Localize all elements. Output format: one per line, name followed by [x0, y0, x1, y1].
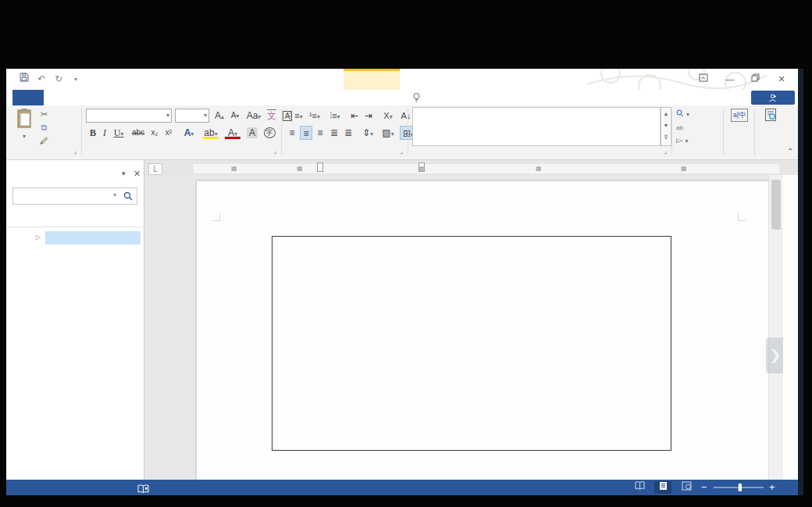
table-column-marker-icon[interactable]: ▦	[297, 166, 303, 172]
search-dropdown-icon[interactable]: ▾	[113, 191, 116, 198]
grow-font-button[interactable]: A▴	[212, 109, 226, 123]
minimize-button[interactable]: —	[720, 72, 740, 86]
bullets-button[interactable]: ⋮≡▾	[286, 109, 303, 123]
subscript-button[interactable]: x₂	[148, 126, 161, 140]
copy-button[interactable]: ⧉	[39, 123, 49, 133]
nav-pane-close-icon[interactable]: ✕	[134, 169, 141, 179]
zoom-out-button[interactable]: −	[701, 480, 707, 495]
brush-icon: 🖉	[39, 136, 49, 145]
copy-icon: ⧉	[39, 123, 49, 133]
expand-chevron-icon[interactable]: ▷	[36, 234, 41, 241]
numbering-button[interactable]: ¹≡▾	[306, 109, 323, 123]
phonetic-guide-button[interactable]: 文	[265, 109, 278, 123]
full-text-translate-button[interactable]: a|中	[725, 109, 754, 122]
table-column-marker-icon[interactable]: ▦	[681, 166, 687, 172]
document-page[interactable]	[197, 181, 783, 480]
paper-check-icon	[765, 109, 776, 121]
zoom-slider-thumb[interactable]	[739, 484, 742, 491]
increase-indent-button[interactable]: ⇥	[362, 109, 375, 123]
undo-icon[interactable]: ↶	[34, 73, 48, 86]
nav-search-box[interactable]: ▾	[12, 187, 137, 205]
table-column-marker-icon[interactable]: ▦	[418, 166, 425, 172]
clipboard-icon	[16, 109, 32, 128]
replace-button[interactable]: ab	[676, 122, 683, 131]
asian-layout-button[interactable]: X▾	[379, 109, 397, 123]
tell-me-box[interactable]	[412, 90, 424, 105]
web-layout-icon[interactable]	[678, 481, 695, 494]
underline-button[interactable]: U▾	[111, 126, 126, 140]
shrink-font-button[interactable]: A▾	[228, 109, 242, 123]
share-button[interactable]	[751, 91, 795, 105]
read-mode-icon[interactable]	[631, 481, 648, 494]
text-effects-button[interactable]: A▾	[180, 126, 198, 140]
highlight-color-button[interactable]: ab▾	[201, 126, 220, 140]
table-column-marker-icon[interactable]: ▦	[231, 166, 237, 172]
restore-button[interactable]	[745, 72, 765, 86]
character-shading-button[interactable]: A	[245, 126, 259, 140]
font-color-swatch	[225, 137, 240, 139]
paper-check-button[interactable]	[756, 109, 785, 123]
table-column-marker-icon[interactable]: ▦	[536, 166, 542, 172]
align-right-button[interactable]: ≡	[314, 126, 326, 140]
ribbon-tab-row	[6, 90, 798, 105]
zoom-in-button[interactable]: +	[769, 480, 775, 495]
customize-quick-access-icon[interactable]: ▾	[69, 73, 83, 86]
enclose-characters-button[interactable]: 字	[262, 126, 276, 140]
sort-button[interactable]: A↓	[398, 109, 414, 123]
change-case-button[interactable]: Aa▾	[245, 109, 262, 123]
indent-marker[interactable]	[317, 162, 323, 172]
scissors-icon: ✂	[39, 109, 49, 120]
align-center-button[interactable]: ≡	[300, 126, 312, 140]
cost-table[interactable]	[272, 236, 671, 451]
styles-dialog-launcher[interactable]: ⌟	[664, 147, 667, 155]
nav-pane-options-icon[interactable]: ▾	[122, 170, 126, 177]
redo-icon[interactable]: ↻	[52, 73, 66, 86]
save-icon[interactable]	[17, 73, 31, 86]
find-button[interactable]: ▾	[676, 109, 689, 118]
proofing-icon[interactable]	[137, 483, 149, 495]
bold-button[interactable]: B	[87, 126, 98, 140]
font-size-combo[interactable]: ▾	[175, 109, 209, 123]
next-page-chevron-icon[interactable]: ❯	[766, 337, 783, 373]
collapse-ribbon-button[interactable]: ⌃	[787, 147, 793, 155]
tab-file[interactable]	[12, 90, 44, 105]
font-name-combo[interactable]: ▾	[86, 109, 172, 123]
document-heading[interactable]	[272, 472, 670, 480]
search-icon[interactable]	[123, 191, 133, 201]
nav-heading-item-selected[interactable]	[45, 231, 141, 245]
font-dialog-launcher[interactable]: ⌟	[273, 147, 276, 155]
strikethrough-button[interactable]: abc	[130, 126, 147, 140]
scrollbar-thumb[interactable]	[771, 180, 781, 230]
format-painter-button[interactable]: 🖉	[39, 136, 49, 145]
tab-selector[interactable]: L	[148, 163, 162, 175]
font-color-button[interactable]: A▾	[223, 126, 242, 140]
superscript-button[interactable]: x²	[162, 126, 175, 140]
decrease-indent-button[interactable]: ⇤	[348, 109, 361, 123]
ruler-row: L ▦ ▦ ▦ ▦ ▦	[144, 160, 798, 175]
paragraph-dialog-launcher[interactable]: ⌟	[400, 147, 403, 155]
print-layout-icon[interactable]	[654, 481, 671, 494]
ribbon: ▾ ✂ ⧉ 🖉 ⌟ ▾ ▾ A▴ A▾ Aa▾ 文 A B I U▾ abc x…	[6, 105, 798, 160]
shading-button[interactable]: ▨▾	[379, 126, 397, 140]
paste-button[interactable]: ▾	[9, 109, 39, 141]
styles-gallery-scroll[interactable]: ▲▼⊽	[661, 107, 671, 146]
align-left-button[interactable]: ≡	[286, 126, 298, 140]
distribute-button[interactable]: ≣	[342, 126, 354, 140]
paste-dropdown-icon: ▾	[23, 133, 26, 140]
close-button[interactable]: ✕	[771, 72, 792, 86]
horizontal-ruler[interactable]: ▦ ▦ ▦ ▦ ▦	[194, 164, 779, 173]
multilevel-list-button[interactable]: ⫶≡▾	[326, 109, 344, 123]
cut-button[interactable]: ✂	[39, 109, 49, 120]
vertical-scrollbar[interactable]	[768, 175, 783, 480]
italic-button[interactable]: I	[100, 126, 109, 140]
ribbon-display-options-icon[interactable]	[693, 72, 714, 86]
select-button[interactable]: ▻ ▾	[676, 135, 689, 145]
cursor-icon: ▻	[676, 135, 682, 145]
styles-gallery	[412, 107, 661, 146]
group-separator	[671, 109, 672, 155]
nav-search-input[interactable]	[16, 190, 113, 201]
line-spacing-button[interactable]: ⇕▾	[359, 126, 376, 140]
justify-button[interactable]: ≣	[328, 126, 340, 140]
text-boundary-mark	[738, 213, 746, 221]
clipboard-dialog-launcher[interactable]: ⌟	[73, 147, 77, 155]
